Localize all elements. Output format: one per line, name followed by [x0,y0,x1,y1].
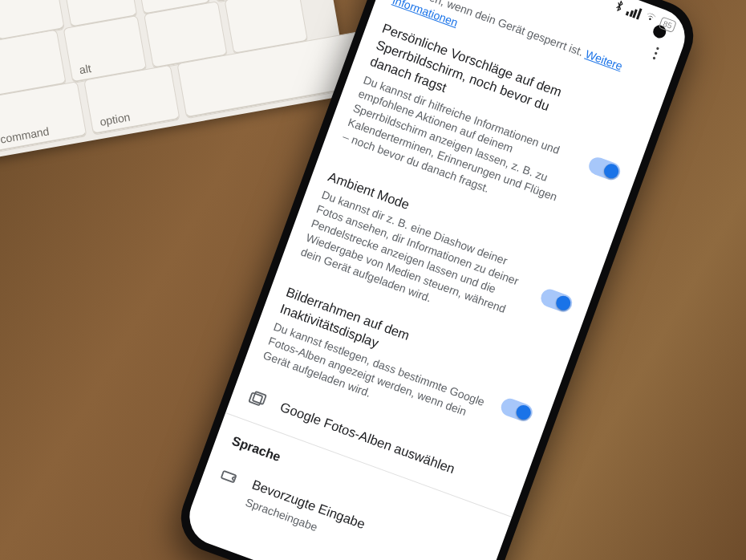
bluetooth-icon [614,0,626,14]
photos-icon [244,388,268,414]
toggle-switch[interactable] [499,396,535,424]
input-icon [216,465,240,492]
toggle-switch[interactable] [538,287,574,314]
photo-scene: alt command option 11:36 [0,0,746,560]
svg-point-0 [656,47,659,50]
battery-indicator: 85 [659,16,677,33]
svg-point-2 [652,56,655,59]
svg-rect-4 [253,392,266,404]
physical-keyboard: alt command option [0,0,350,159]
wifi-icon [643,9,659,26]
toggle-switch[interactable] [586,155,622,182]
cell-signal-icon [626,5,642,20]
svg-point-1 [655,51,658,55]
